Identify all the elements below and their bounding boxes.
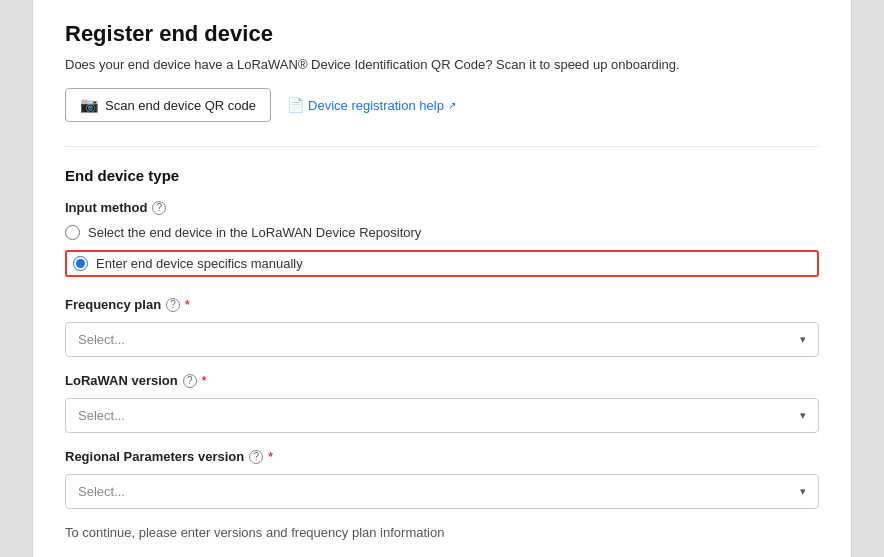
footer-note: To continue, please enter versions and f… bbox=[65, 525, 819, 540]
radio-repository-label: Select the end device in the LoRaWAN Dev… bbox=[88, 225, 421, 240]
radio-manual-option[interactable]: Enter end device specifics manually bbox=[73, 256, 303, 271]
regional-params-label: Regional Parameters version bbox=[65, 449, 244, 464]
register-device-card: Register end device Does your end device… bbox=[32, 0, 852, 557]
divider bbox=[65, 146, 819, 147]
action-bar: 📷 Scan end device QR code 📄 Device regis… bbox=[65, 88, 819, 122]
regional-params-required: * bbox=[268, 450, 273, 464]
frequency-plan-placeholder: Select... bbox=[78, 332, 125, 347]
input-method-help-icon[interactable]: ? bbox=[152, 201, 166, 215]
subtitle-text: Does your end device have a LoRaWAN® Dev… bbox=[65, 57, 819, 72]
doc-icon: 📄 bbox=[287, 97, 304, 113]
lorawan-version-label-group: LoRaWAN version ? * bbox=[65, 373, 819, 388]
frequency-plan-chevron-icon: ▾ bbox=[800, 333, 806, 346]
regional-params-select[interactable]: Select... ▾ bbox=[65, 474, 819, 509]
radio-repository-input[interactable] bbox=[65, 225, 80, 240]
input-method-label-group: Input method ? bbox=[65, 200, 819, 215]
regional-params-help-icon[interactable]: ? bbox=[249, 450, 263, 464]
page-title: Register end device bbox=[65, 21, 819, 47]
input-method-radio-group: Select the end device in the LoRaWAN Dev… bbox=[65, 225, 819, 277]
regional-params-placeholder: Select... bbox=[78, 484, 125, 499]
lorawan-version-placeholder: Select... bbox=[78, 408, 125, 423]
help-link-label: Device registration help bbox=[308, 98, 444, 113]
frequency-plan-select[interactable]: Select... ▾ bbox=[65, 322, 819, 357]
radio-manual-label: Enter end device specifics manually bbox=[96, 256, 303, 271]
radio-repository-option[interactable]: Select the end device in the LoRaWAN Dev… bbox=[65, 225, 819, 240]
lorawan-version-select[interactable]: Select... ▾ bbox=[65, 398, 819, 433]
scan-button-label: Scan end device QR code bbox=[105, 98, 256, 113]
input-method-label: Input method bbox=[65, 200, 147, 215]
radio-manual-input[interactable] bbox=[73, 256, 88, 271]
regional-params-group: Regional Parameters version ? * Select..… bbox=[65, 449, 819, 509]
regional-params-chevron-icon: ▾ bbox=[800, 485, 806, 498]
lorawan-version-chevron-icon: ▾ bbox=[800, 409, 806, 422]
regional-params-label-group: Regional Parameters version ? * bbox=[65, 449, 819, 464]
section-title: End device type bbox=[65, 167, 819, 184]
lorawan-version-group: LoRaWAN version ? * Select... ▾ bbox=[65, 373, 819, 433]
frequency-plan-label-group: Frequency plan ? * bbox=[65, 297, 819, 312]
frequency-plan-group: Frequency plan ? * Select... ▾ bbox=[65, 297, 819, 357]
external-link-icon: ↗ bbox=[448, 100, 456, 111]
frequency-plan-required: * bbox=[185, 298, 190, 312]
frequency-plan-label: Frequency plan bbox=[65, 297, 161, 312]
scan-qr-button[interactable]: 📷 Scan end device QR code bbox=[65, 88, 271, 122]
device-registration-help-link[interactable]: 📄 Device registration help ↗ bbox=[287, 97, 456, 113]
frequency-plan-help-icon[interactable]: ? bbox=[166, 298, 180, 312]
lorawan-version-label: LoRaWAN version bbox=[65, 373, 178, 388]
lorawan-version-help-icon[interactable]: ? bbox=[183, 374, 197, 388]
camera-icon: 📷 bbox=[80, 96, 99, 114]
lorawan-version-required: * bbox=[202, 374, 207, 388]
radio-manual-highlighted: Enter end device specifics manually bbox=[65, 250, 819, 277]
